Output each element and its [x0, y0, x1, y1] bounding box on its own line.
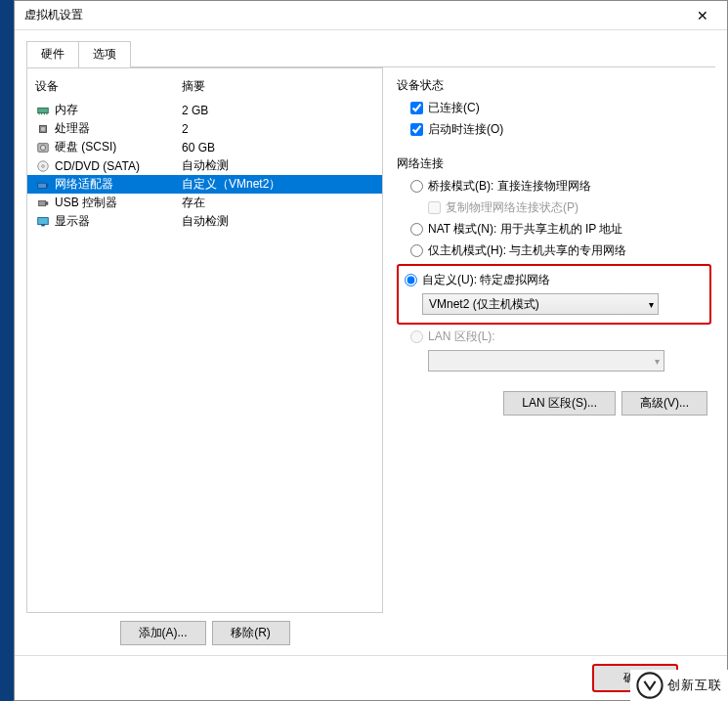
- display-icon: [35, 214, 51, 230]
- memory-icon: [35, 103, 51, 118]
- device-row[interactable]: 硬盘 (SCSI)60 GB: [27, 138, 382, 156]
- custom-radio[interactable]: 自定义(U): 特定虚拟网络: [405, 272, 704, 288]
- custom-input[interactable]: [405, 274, 417, 286]
- usb-icon: [35, 196, 51, 211]
- lanseg-radio: LAN 区段(L):: [397, 329, 711, 345]
- device-summary: 2: [182, 122, 378, 136]
- svg-rect-14: [46, 201, 49, 205]
- remove-button[interactable]: 移除(R): [212, 621, 290, 645]
- disk-icon: [35, 140, 51, 155]
- device-row[interactable]: 处理器2: [27, 119, 382, 138]
- svg-rect-0: [38, 108, 49, 112]
- device-name: 硬盘 (SCSI): [55, 139, 182, 155]
- device-list-box: 设备 摘要 内存2 GB处理器2硬盘 (SCSI)60 GBCD/DVD (SA…: [26, 67, 383, 613]
- lanseg-combo: ▾: [428, 350, 664, 372]
- tab-hardware[interactable]: 硬件: [26, 41, 79, 67]
- device-name: 处理器: [55, 120, 182, 137]
- tabs: 硬件 选项: [26, 40, 715, 67]
- network-connection-label: 网络连接: [397, 155, 711, 172]
- device-row[interactable]: 内存2 GB: [27, 101, 382, 119]
- dialog-title: 虚拟机设置: [24, 7, 688, 23]
- hostonly-radio[interactable]: 仅主机模式(H): 与主机共享的专用网络: [397, 242, 711, 259]
- lanseg-input: [410, 330, 423, 343]
- device-row[interactable]: USB 控制器存在: [27, 194, 382, 212]
- col-summary: 摘要: [182, 78, 374, 95]
- svg-rect-1: [39, 112, 40, 114]
- dialog-footer: 确定 取消: [15, 655, 727, 700]
- svg-rect-6: [41, 127, 45, 131]
- watermark: 创新互联: [630, 670, 728, 701]
- bridge-input[interactable]: [410, 180, 423, 193]
- device-list-header: 设备 摘要: [27, 74, 382, 101]
- device-name: 内存: [55, 102, 182, 118]
- connect-on-power-checkbox[interactable]: 启动时连接(O): [397, 121, 711, 138]
- chevron-down-icon: ▾: [655, 356, 660, 367]
- svg-rect-13: [39, 200, 46, 205]
- device-name: 网络适配器: [55, 176, 182, 193]
- connect-on-power-input[interactable]: [410, 123, 423, 136]
- svg-rect-12: [47, 184, 49, 188]
- svg-point-17: [637, 673, 662, 697]
- svg-rect-4: [47, 112, 48, 114]
- titlebar: 虚拟机设置 ✕: [15, 1, 727, 30]
- svg-point-8: [40, 145, 45, 150]
- advanced-button[interactable]: 高级(V)...: [621, 391, 707, 416]
- add-button[interactable]: 添加(A)...: [120, 621, 206, 645]
- settings-panel: 设备状态 已连接(C) 启动时连接(O) 网络连接 桥接模式(B): 直接连接物…: [393, 67, 715, 645]
- device-name: USB 控制器: [55, 195, 182, 211]
- col-device: 设备: [35, 78, 182, 95]
- nat-input[interactable]: [410, 223, 423, 236]
- svg-rect-2: [41, 112, 42, 114]
- device-summary: 存在: [182, 195, 378, 211]
- tab-options[interactable]: 选项: [78, 41, 131, 67]
- connected-checkbox[interactable]: 已连接(C): [397, 100, 711, 116]
- device-summary: 自动检测: [182, 157, 378, 174]
- svg-rect-11: [38, 183, 47, 188]
- cd-icon: [35, 158, 51, 174]
- device-summary: 60 GB: [182, 141, 378, 154]
- bridge-radio[interactable]: 桥接模式(B): 直接连接物理网络: [397, 178, 711, 195]
- replicate-checkbox: 复制物理网络连接状态(P): [397, 199, 711, 216]
- device-summary: 2 GB: [182, 104, 378, 117]
- device-name: CD/DVD (SATA): [55, 159, 182, 173]
- device-summary: 自动检测: [182, 213, 378, 230]
- device-row[interactable]: 网络适配器自定义（VMnet2）: [27, 175, 382, 194]
- close-icon[interactable]: ✕: [688, 8, 717, 23]
- svg-rect-15: [38, 217, 49, 224]
- chevron-down-icon: ▾: [649, 299, 654, 310]
- vm-settings-dialog: 虚拟机设置 ✕ 硬件 选项 设备 摘要 内存2 GB处理器2硬盘 (SCSI)6…: [14, 0, 728, 701]
- lan-seg-button[interactable]: LAN 区段(S)...: [503, 391, 616, 416]
- cpu-icon: [35, 121, 51, 137]
- device-name: 显示器: [55, 213, 182, 230]
- custom-network-combo[interactable]: VMnet2 (仅主机模式) ▾: [422, 293, 659, 315]
- device-summary: 自定义（VMnet2）: [182, 176, 378, 193]
- replicate-input: [428, 201, 441, 214]
- custom-highlight-box: 自定义(U): 特定虚拟网络 VMnet2 (仅主机模式) ▾: [397, 264, 711, 325]
- net-icon: [35, 177, 51, 193]
- device-status-label: 设备状态: [397, 77, 711, 94]
- nat-radio[interactable]: NAT 模式(N): 用于共享主机的 IP 地址: [397, 221, 711, 238]
- connected-input[interactable]: [410, 102, 423, 114]
- svg-rect-3: [44, 112, 45, 114]
- svg-point-10: [42, 164, 45, 167]
- device-row[interactable]: 显示器自动检测: [27, 212, 382, 231]
- svg-rect-16: [41, 224, 45, 226]
- hostonly-input[interactable]: [410, 244, 423, 257]
- watermark-logo-icon: [636, 672, 664, 699]
- device-row[interactable]: CD/DVD (SATA)自动检测: [27, 156, 382, 175]
